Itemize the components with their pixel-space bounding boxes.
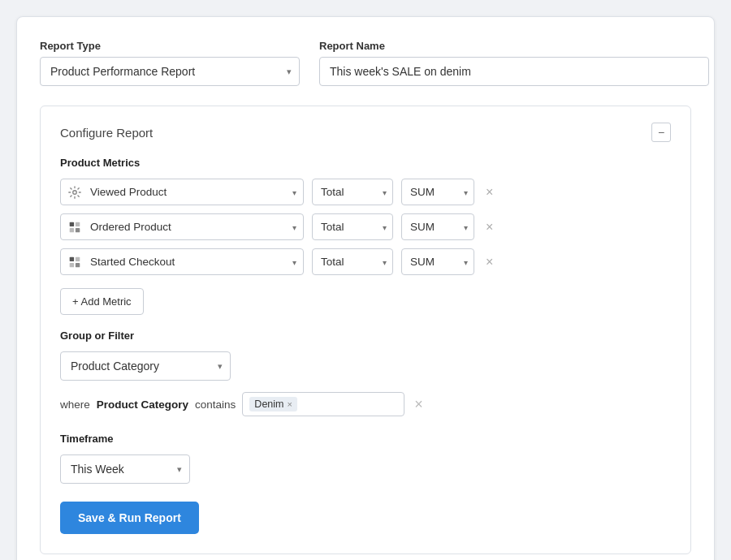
report-type-field: Report Type Product Performance Report F… [40, 40, 300, 86]
metric-3-event-wrapper: Viewed Product Ordered Product Started C… [60, 248, 304, 275]
report-name-input[interactable] [319, 57, 709, 86]
metric-1-op-wrapper: SUM AVG MIN MAX ▾ [401, 179, 474, 205]
where-text: where [60, 398, 90, 411]
metric-3-op-wrapper: SUM AVG MIN MAX ▾ [401, 248, 474, 275]
metric-1-remove-button[interactable]: × [482, 186, 496, 199]
add-metric-button[interactable]: + Add Metric [60, 288, 144, 315]
tag-input[interactable]: Denim × [242, 392, 404, 416]
metric-2-agg-wrapper: Total Unique Average ▾ [312, 213, 393, 240]
metric-3-event-select[interactable]: Viewed Product Ordered Product Started C… [60, 248, 304, 275]
timeframe-select-wrapper: This Week Last Week This Month Last Mont… [60, 454, 190, 484]
report-type-label: Report Type [40, 40, 300, 52]
top-row: Report Type Product Performance Report F… [40, 40, 691, 86]
report-name-label: Report Name [319, 40, 709, 52]
metric-2-operation-select[interactable]: SUM AVG MIN MAX [401, 213, 474, 240]
tag-remove-button[interactable]: × [287, 399, 292, 409]
filter-condition-row: where Product Category contains Denim × … [60, 392, 671, 416]
product-metrics-label: Product Metrics [60, 157, 671, 169]
report-name-field: Report Name [319, 40, 709, 86]
metric-3-remove-button[interactable]: × [482, 256, 496, 269]
metric-1-agg-wrapper: Total Unique Average ▾ [312, 179, 393, 205]
group-filter-select[interactable]: Product Category Product Name Product Br… [60, 351, 231, 381]
metric-2-remove-button[interactable]: × [482, 221, 496, 234]
metric-row-1: Viewed Product Ordered Product Started C… [60, 179, 671, 205]
metric-2-event-wrapper: Viewed Product Ordered Product Started C… [60, 213, 304, 240]
main-card: Report Type Product Performance Report F… [16, 16, 715, 560]
metric-3-operation-select[interactable]: SUM AVG MIN MAX [401, 248, 474, 275]
metric-1-event-select[interactable]: Viewed Product Ordered Product Started C… [60, 179, 304, 205]
metric-1-event-wrapper: Viewed Product Ordered Product Started C… [60, 179, 304, 205]
filter-remove-button[interactable]: × [411, 397, 426, 411]
timeframe-select[interactable]: This Week Last Week This Month Last Mont… [60, 454, 190, 484]
group-filter-label: Group or Filter [60, 330, 671, 342]
group-filter-select-wrapper: Product Category Product Name Product Br… [60, 351, 231, 381]
metric-2-event-select[interactable]: Viewed Product Ordered Product Started C… [60, 213, 304, 240]
tag-value: Denim [254, 398, 283, 410]
denim-tag: Denim × [249, 397, 297, 411]
timeframe-label: Timeframe [60, 433, 671, 445]
report-type-select-wrapper: Product Performance Report Funnel Report… [40, 57, 300, 86]
metric-1-operation-select[interactable]: SUM AVG MIN MAX [401, 179, 474, 205]
condition-text: contains [195, 398, 236, 411]
metric-3-aggregation-select[interactable]: Total Unique Average [312, 248, 393, 275]
metric-2-aggregation-select[interactable]: Total Unique Average [312, 213, 393, 240]
metric-3-agg-wrapper: Total Unique Average ▾ [312, 248, 393, 275]
timeframe-section: Timeframe This Week Last Week This Month… [60, 433, 671, 484]
group-filter-section: Group or Filter Product Category Product… [60, 330, 671, 416]
configure-header: Configure Report − [60, 123, 671, 142]
report-type-select[interactable]: Product Performance Report Funnel Report… [40, 57, 300, 86]
filter-field-name: Product Category [97, 398, 188, 411]
configure-section: Configure Report − Product Metrics Viewe… [40, 106, 691, 554]
save-run-button[interactable]: Save & Run Report [60, 502, 199, 534]
metric-2-op-wrapper: SUM AVG MIN MAX ▾ [401, 213, 474, 240]
collapse-button[interactable]: − [651, 123, 671, 142]
metric-row-2: Viewed Product Ordered Product Started C… [60, 213, 671, 240]
metric-row-3: Viewed Product Ordered Product Started C… [60, 248, 671, 275]
configure-title: Configure Report [60, 126, 153, 140]
metric-1-aggregation-select[interactable]: Total Unique Average [312, 179, 393, 205]
